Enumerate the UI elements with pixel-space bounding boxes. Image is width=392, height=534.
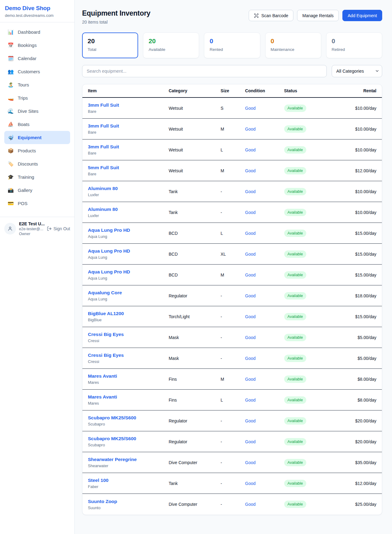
item-link[interactable]: Aluminum 80	[88, 186, 118, 191]
status-cell: Available	[284, 271, 329, 279]
add-equipment-button[interactable]: Add Equipment	[342, 10, 382, 21]
item-cell: Cressi Big Eyes Cressi	[88, 353, 169, 364]
sidebar-item-pos[interactable]: 💳 POS	[4, 197, 70, 210]
app-root: Demo Dive Shop demo.test.divestreams.com…	[0, 0, 392, 534]
size-cell: L	[221, 231, 245, 236]
scan-barcode-label: Scan Barcode	[261, 13, 288, 18]
condition-link[interactable]: Good	[245, 356, 255, 361]
logout-icon	[47, 226, 52, 231]
condition-link[interactable]: Good	[245, 293, 255, 298]
stat-card-available[interactable]: 20 Available	[143, 32, 199, 58]
stat-label: Available	[149, 47, 194, 52]
condition-link[interactable]: Good	[245, 147, 255, 152]
condition-link[interactable]: Good	[245, 106, 255, 111]
item-link[interactable]: 3mm Full Suit	[88, 102, 119, 108]
size-cell: -	[221, 210, 245, 215]
item-link[interactable]: Mares Avanti	[88, 394, 117, 399]
condition-link[interactable]: Good	[245, 231, 255, 236]
sidebar-item-tours[interactable]: 🏝️ Tours	[4, 78, 70, 91]
status-cell: Available	[284, 396, 329, 404]
status-badge: Available	[284, 167, 307, 174]
condition-link[interactable]: Good	[245, 168, 255, 173]
search-input[interactable]	[82, 65, 327, 77]
item-link[interactable]: 5mm Full Suit	[88, 165, 119, 170]
condition-link[interactable]: Good	[245, 335, 255, 340]
condition-link[interactable]: Good	[245, 189, 255, 194]
stat-card-maintenance[interactable]: 0 Maintenance	[265, 32, 321, 58]
item-brand: Suunto	[88, 505, 169, 510]
status-badge: Available	[284, 438, 307, 445]
item-cell: Mares Avanti Mares	[88, 373, 169, 385]
category-select[interactable]: All Categories	[332, 65, 382, 77]
table-row: Aqua Lung Pro HD Aqua Lung BCD L Good Av…	[82, 223, 382, 244]
sidebar-item-equipment[interactable]: 🤿 Equipment	[4, 131, 70, 144]
item-link[interactable]: Scubapro MK25/S600	[88, 436, 136, 441]
rental-cell: $10.00/day	[329, 147, 376, 152]
sidebar-item-dive-sites[interactable]: 🌊 Dive Sites	[4, 105, 70, 118]
item-link[interactable]: Aluminum 80	[88, 207, 118, 212]
item-link[interactable]: 3mm Full Suit	[88, 144, 119, 149]
item-link[interactable]: Cressi Big Eyes	[88, 353, 124, 358]
sidebar-item-customers[interactable]: 👥 Customers	[4, 65, 70, 78]
sidebar-item-products[interactable]: 📦 Products	[4, 144, 70, 157]
table-row: BigBlue AL1200 BigBlue Torch/Light - Goo…	[82, 306, 382, 327]
table-row: Aqualung Core Aqua Lung Regulator - Good…	[82, 285, 382, 306]
condition-link[interactable]: Good	[245, 418, 255, 423]
sidebar-item-training[interactable]: 🎓 Training	[4, 170, 70, 184]
item-link[interactable]: Aqua Lung Pro HD	[88, 248, 130, 254]
condition-link[interactable]: Good	[245, 460, 255, 465]
size-cell: XL	[221, 252, 245, 257]
condition-link[interactable]: Good	[245, 210, 255, 215]
condition-cell: Good	[245, 460, 284, 465]
item-link[interactable]: Aqua Lung Pro HD	[88, 227, 130, 233]
status-badge: Available	[284, 188, 307, 195]
table-row: 5mm Full Suit Bare Wetsuit M Good Availa…	[82, 160, 382, 181]
item-link[interactable]: 3mm Full Suit	[88, 123, 119, 128]
condition-link[interactable]: Good	[245, 314, 255, 319]
item-link[interactable]: Shearwater Peregrine	[88, 457, 137, 462]
condition-link[interactable]: Good	[245, 439, 255, 444]
sign-out-button[interactable]: Sign Out	[47, 226, 70, 231]
category-cell: Tank	[169, 210, 221, 215]
condition-link[interactable]: Good	[245, 502, 255, 507]
sidebar-item-trips[interactable]: 🚤 Trips	[4, 91, 70, 105]
item-cell: Aqua Lung Pro HD Aqua Lung	[88, 227, 169, 239]
category-cell: Regulator	[169, 293, 221, 298]
condition-link[interactable]: Good	[245, 398, 255, 402]
condition-link[interactable]: Good	[245, 127, 255, 132]
rental-cell: $5.00/day	[329, 335, 376, 340]
condition-link[interactable]: Good	[245, 377, 255, 382]
sidebar-item-discounts[interactable]: 🏷️ Discounts	[4, 157, 70, 170]
graduation-cap-icon: 🎓	[8, 174, 14, 180]
item-link[interactable]: BigBlue AL1200	[88, 311, 124, 316]
bookings-calendar-icon: 📅	[8, 42, 14, 48]
stat-card-total[interactable]: 20 Total	[82, 32, 138, 58]
item-link[interactable]: Cressi Big Eyes	[88, 332, 124, 337]
item-link[interactable]: Suunto Zoop	[88, 499, 117, 504]
manage-rentals-button[interactable]: Manage Rentals	[297, 10, 339, 21]
sidebar-item-boats[interactable]: ⛵ Boats	[4, 118, 70, 131]
item-link[interactable]: Aqualung Core	[88, 290, 122, 295]
stat-label: Rented	[209, 47, 254, 52]
condition-link[interactable]: Good	[245, 252, 255, 257]
stat-card-rented[interactable]: 0 Rented	[204, 32, 260, 58]
condition-link[interactable]: Good	[245, 481, 255, 486]
item-link[interactable]: Scubapro MK25/S600	[88, 415, 136, 420]
item-brand: Cressi	[88, 338, 169, 343]
sidebar-item-label: Equipment	[18, 135, 42, 140]
sidebar-item-calendar[interactable]: 🗓️ Calendar	[4, 52, 70, 65]
stat-card-retired[interactable]: 0 Retired	[326, 32, 382, 58]
scan-barcode-button[interactable]: Scan Barcode	[249, 10, 293, 21]
sidebar-item-label: Training	[18, 174, 34, 180]
item-cell: Aqua Lung Pro HD Aqua Lung	[88, 248, 169, 260]
item-link[interactable]: Steel 100	[88, 478, 108, 483]
item-link[interactable]: Aqua Lung Pro HD	[88, 269, 130, 274]
sidebar-item-bookings[interactable]: 📅 Bookings	[4, 39, 70, 52]
condition-link[interactable]: Good	[245, 273, 255, 277]
size-cell: -	[221, 189, 245, 194]
item-link[interactable]: Mares Avanti	[88, 373, 117, 379]
sidebar-item-gallery[interactable]: 📸 Gallery	[4, 184, 70, 197]
rental-cell: $8.00/day	[329, 377, 376, 382]
sidebar-item-dashboard[interactable]: 📊 Dashboard	[4, 25, 70, 39]
size-cell: M	[221, 377, 245, 382]
